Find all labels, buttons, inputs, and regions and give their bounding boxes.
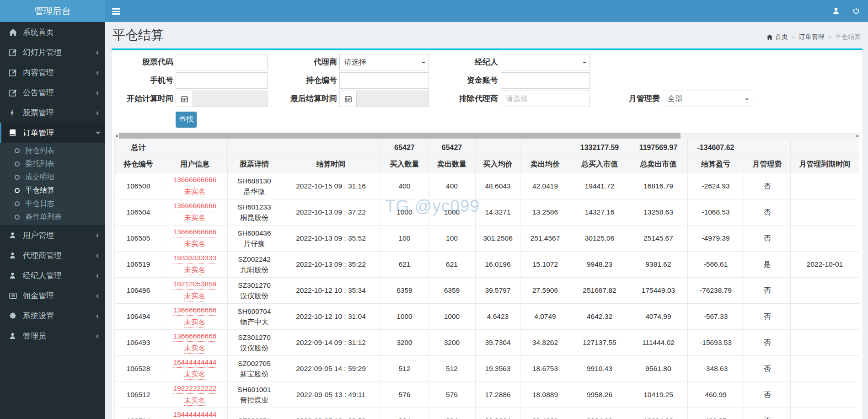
sidebar-menu: 系统首页幻灯片管理‹内容管理‹公告管理‹股票管理‹订单管理‹持仓列表委托列表成交… <box>0 22 105 346</box>
sidebar-item-5[interactable]: 订单管理‹ <box>0 123 105 143</box>
user-icon <box>9 232 23 239</box>
user-phone-link[interactable]: 19444444444 <box>173 410 217 419</box>
profit: -1068.53 <box>688 199 744 226</box>
user-phone-link[interactable]: 13666666666 <box>173 201 217 211</box>
column-header: 买入数量 <box>381 156 429 173</box>
stock-code: SH688130 <box>228 176 281 186</box>
filter-row-1: 股票代码 代理商 请选择 ‹ 经纪人 ‹ <box>112 54 863 70</box>
breadcrumb-home-link[interactable]: 首页 <box>766 33 788 41</box>
user-realname-link[interactable]: 未实名 <box>184 213 206 223</box>
horizontal-scrollbar[interactable]: ◂ ▸ <box>114 133 860 139</box>
user-phone-link[interactable]: 19333333333 <box>173 253 217 263</box>
totals-label: 总计 <box>115 140 162 156</box>
exclude-agent-input[interactable] <box>501 91 590 107</box>
sidebar-item-7[interactable]: 代理商管理‹ <box>0 245 105 265</box>
user-phone-link[interactable]: 18212053859 <box>173 279 217 290</box>
settle-time: 2022-09-05 14 : 59:29 <box>281 356 381 382</box>
stock-name: 汉仪股份 <box>228 290 281 301</box>
sidebar-subitem-2[interactable]: 成交明细 <box>0 171 105 184</box>
calendar-icon[interactable] <box>339 91 357 107</box>
user-phone-link[interactable]: 19222222222 <box>173 384 217 394</box>
sidebar-item-0[interactable]: 系统首页 <box>0 22 105 42</box>
end-time-input[interactable] <box>357 91 429 107</box>
phone-input[interactable] <box>176 72 268 89</box>
agent-select-value: 请选择 <box>344 58 366 67</box>
sidebar-item-6[interactable]: 用户管理‹ <box>0 225 105 245</box>
stock-detail-cell: SH601233桐昆股份 <box>228 199 281 226</box>
sidebar-subitem-3[interactable]: 平仓结算 <box>0 184 105 197</box>
chevron-left-icon: ‹ <box>96 88 99 97</box>
sidebar-subitem-4[interactable]: 平仓日志 <box>0 197 105 210</box>
sell-qty: 3200 <box>429 330 476 356</box>
scroll-right-icon[interactable]: ▸ <box>857 133 859 139</box>
sell-avg: 251.4567 <box>520 226 570 252</box>
user-realname-link[interactable]: 未实名 <box>184 187 206 197</box>
table-row: 10649313666666666未实名SZ301270汉仪股份2022-09-… <box>115 330 859 356</box>
column-header: 持仓编号 <box>115 156 162 173</box>
column-header: 用户信息 <box>162 156 228 173</box>
table-row: 10650413666666666未实名SH601233桐昆股份2022-10-… <box>115 199 859 226</box>
buy-total: 19441.72 <box>570 173 629 199</box>
circle-icon <box>15 175 20 180</box>
position-id: 106505 <box>115 226 162 252</box>
stock-code: SZ002242 <box>228 254 281 264</box>
user-phone-link[interactable]: 16444444444 <box>173 358 217 368</box>
sell-total: 13258.63 <box>629 199 688 226</box>
user-phone-link[interactable]: 13666666666 <box>173 306 217 316</box>
sell-qty: 1000 <box>429 199 476 226</box>
position-no-input[interactable] <box>339 72 429 89</box>
position-id: 106508 <box>115 173 162 199</box>
sidebar-toggle-icon[interactable] <box>112 7 121 15</box>
user-realname-link[interactable]: 未实名 <box>184 291 206 301</box>
sidebar-item-4[interactable]: 股票管理‹ <box>0 102 105 123</box>
sidebar-subitem-0[interactable]: 持仓列表 <box>0 144 105 157</box>
sidebar-subitem-label: 委托列表 <box>25 159 54 169</box>
chevron-left-icon: ‹ <box>96 291 99 300</box>
table-body: 10650813666666666未实名SH688130晶华微2022-10-1… <box>115 173 859 419</box>
search-button[interactable]: 查找 <box>176 112 197 128</box>
start-time-input[interactable] <box>193 91 268 107</box>
sidebar-item-10[interactable]: 系统设置‹ <box>0 306 105 326</box>
monthly-fee-select[interactable]: 全部 ‹ <box>663 91 752 107</box>
buy-qty: 994 <box>381 408 429 419</box>
table-row: 10649413666666666未实名SH600704物产中大2022-10-… <box>115 304 859 330</box>
stock-code: SZ301270 <box>228 332 281 343</box>
user-realname-link[interactable]: 未实名 <box>184 317 206 328</box>
user-realname-link[interactable]: 未实名 <box>184 265 206 275</box>
totals-sell-total: 1197569.97 <box>629 140 688 156</box>
table-row: 10652816444444444未实名SZ002705新宝股份2022-09-… <box>115 356 859 382</box>
sidebar-item-2[interactable]: 内容管理‹ <box>0 62 105 82</box>
user-realname-link[interactable]: 未实名 <box>184 396 206 406</box>
user-realname-link[interactable]: 未实名 <box>184 239 206 249</box>
expire <box>791 304 859 330</box>
sidebar-subitem-1[interactable]: 委托列表 <box>0 157 105 171</box>
sell-total: 10994.66 <box>629 408 688 419</box>
sell-qty: 6359 <box>429 278 476 304</box>
user-phone-link[interactable]: 13666666666 <box>173 332 217 342</box>
totals-row: 总计 65427 65427 1332177.59 1197569.97 -13… <box>115 140 859 156</box>
sidebar-item-3[interactable]: 公告管理‹ <box>0 82 105 102</box>
scroll-left-icon[interactable]: ◂ <box>115 133 118 139</box>
scrollbar-thumb[interactable] <box>119 133 680 139</box>
stock-code-input[interactable] <box>176 54 268 70</box>
sidebar-item-1[interactable]: 幻灯片管理‹ <box>0 42 105 62</box>
broker-select[interactable]: ‹ <box>501 54 590 70</box>
sidebar-item-label: 股票管理 <box>23 107 96 118</box>
user-realname-link[interactable]: 未实名 <box>184 370 206 380</box>
agent-select[interactable]: 请选择 ‹ <box>339 54 429 70</box>
sidebar-subitem-5[interactable]: 条件单列表 <box>0 210 105 224</box>
user-phone-link[interactable]: 13666666666 <box>173 175 217 185</box>
calendar-icon[interactable] <box>176 91 193 107</box>
user-realname-link[interactable]: 未实名 <box>184 344 206 354</box>
power-icon[interactable] <box>846 0 866 22</box>
sidebar-item-9[interactable]: 佣金管理‹ <box>0 285 105 306</box>
sidebar-item-8[interactable]: 经纪人管理‹ <box>0 265 105 285</box>
fund-account-input[interactable] <box>501 72 590 89</box>
buy-qty: 1000 <box>381 304 429 330</box>
sidebar-item-11[interactable]: 管理员‹ <box>0 326 105 346</box>
breadcrumb-section-link[interactable]: 订单管理 <box>798 33 824 41</box>
user-icon[interactable] <box>826 0 846 22</box>
user-phone-link[interactable]: 13666666666 <box>173 227 217 237</box>
sell-avg: 18.6753 <box>520 356 570 382</box>
breadcrumb-current: 平仓结算 <box>835 33 861 41</box>
